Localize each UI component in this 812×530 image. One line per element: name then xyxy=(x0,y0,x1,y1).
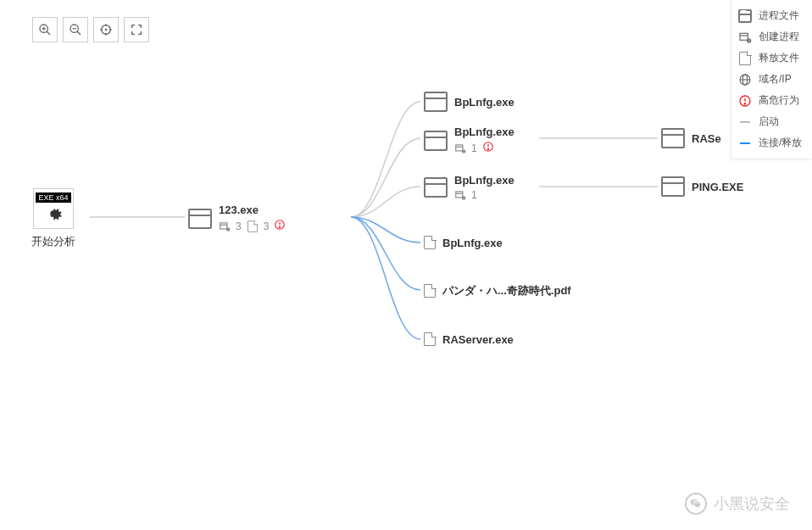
node-title: BpLnfg.exe xyxy=(454,96,514,109)
danger-icon xyxy=(482,141,494,155)
file-count: 3 xyxy=(264,220,270,232)
node-rase[interactable]: RASe xyxy=(661,128,721,148)
window-icon xyxy=(424,177,448,198)
node-sub: 3 3 xyxy=(219,219,286,233)
edges-svg xyxy=(0,0,812,530)
window-icon xyxy=(424,92,448,112)
node-title: 123.exe xyxy=(219,204,286,216)
danger-icon xyxy=(274,219,286,233)
node-pdf[interactable]: パンダ・ハ...奇跡時代.pdf xyxy=(424,283,571,298)
wechat-icon xyxy=(685,493,707,515)
create-process-icon xyxy=(454,142,466,154)
node-ping[interactable]: PING.EXE xyxy=(661,176,743,197)
node-bplnfg-1[interactable]: BpLnfg.exe xyxy=(424,92,514,112)
graph-canvas[interactable]: EXE x64 开始分析 123.exe 3 3 BpLnfg.exe BpLn… xyxy=(0,0,812,530)
file-icon xyxy=(424,284,436,298)
node-title: RASe xyxy=(692,132,721,145)
create-count: 1 xyxy=(471,189,477,201)
file-icon xyxy=(247,220,258,232)
file-icon xyxy=(424,236,436,249)
node-title: PING.EXE xyxy=(692,181,743,193)
node-title: BpLnfg.exe xyxy=(442,237,503,249)
svg-rect-26 xyxy=(220,222,227,228)
node-bplnfg-3[interactable]: BpLnfg.exe 1 xyxy=(424,174,514,201)
file-icon xyxy=(424,332,436,346)
create-process-icon xyxy=(454,189,466,201)
root-label: 开始分析 xyxy=(31,234,75,249)
window-icon xyxy=(188,209,212,229)
node-bplnfg-file[interactable]: BpLnfg.exe xyxy=(424,236,503,249)
window-icon xyxy=(661,176,685,197)
node-sub: 1 xyxy=(454,189,514,201)
exe-tag: EXE x64 xyxy=(36,192,70,203)
svg-point-41 xyxy=(487,148,488,149)
create-count: 1 xyxy=(471,142,477,154)
watermark-text: 小黑说安全 xyxy=(714,494,790,514)
create-count: 3 xyxy=(236,220,242,232)
node-title: RAServer.exe xyxy=(442,333,514,346)
node-raserver[interactable]: RAServer.exe xyxy=(424,332,514,346)
node-sub: 1 xyxy=(454,141,514,155)
window-icon xyxy=(661,128,685,148)
node-title: BpLnfg.exe xyxy=(454,174,514,187)
watermark: 小黑说安全 xyxy=(685,493,790,515)
node-title: BpLnfg.exe xyxy=(454,126,514,138)
node-123-exe[interactable]: 123.exe 3 3 xyxy=(188,204,286,233)
window-icon xyxy=(424,131,448,151)
node-bplnfg-2[interactable]: BpLnfg.exe 1 xyxy=(424,126,514,155)
svg-rect-42 xyxy=(456,192,463,198)
exe-icon: EXE x64 xyxy=(33,188,74,229)
create-process-icon xyxy=(219,220,231,232)
svg-rect-34 xyxy=(456,144,463,150)
svg-point-33 xyxy=(280,226,281,227)
cogs-icon xyxy=(44,204,63,226)
node-title: パンダ・ハ...奇跡時代.pdf xyxy=(442,283,571,298)
root-node[interactable]: EXE x64 开始分析 xyxy=(31,188,75,249)
